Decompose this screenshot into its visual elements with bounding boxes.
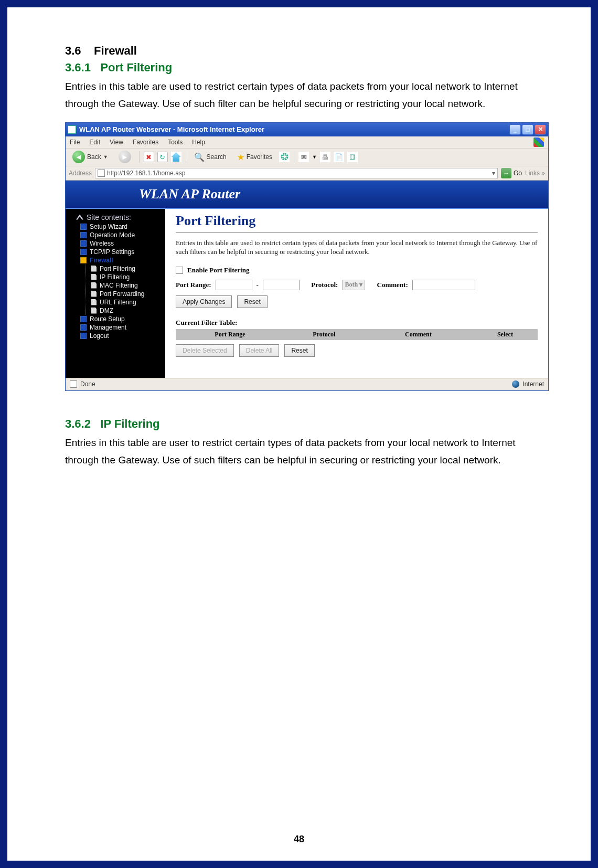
comment-input[interactable]: [412, 280, 475, 290]
protocol-label: Protocol:: [311, 281, 338, 289]
subsection-2-heading: 3.6.2 IP Filtering: [65, 417, 533, 431]
browser-menubar: File Edit View Favorites Tools Help: [66, 136, 548, 148]
url-text: http://192.168.1.1/home.asp: [107, 170, 185, 177]
delete-all-button[interactable]: Delete All: [239, 344, 280, 357]
toolbar-separator: [139, 151, 140, 163]
menu-view[interactable]: View: [110, 139, 123, 146]
section-title: Firewall: [94, 44, 137, 57]
reset-button[interactable]: Reset: [237, 295, 267, 308]
filter-table: Port Range Protocol Comment Select: [176, 329, 538, 340]
col-select: Select: [473, 329, 538, 340]
browser-titlebar: WLAN AP Router Webserver - Microsoft Int…: [66, 123, 548, 136]
section-number: 3.6: [65, 44, 81, 57]
refresh-icon[interactable]: ↻: [157, 152, 168, 162]
home-icon[interactable]: [171, 152, 181, 162]
sidebar-item-port-forwarding[interactable]: Port Forwarding: [86, 290, 163, 298]
toolbar-separator-3: [294, 151, 294, 163]
nav-sidebar: Site contents: Setup Wizard Operation Mo…: [66, 209, 165, 378]
port-range-row: Port Range: - Protocol: Both ▾ Comment:: [176, 280, 538, 290]
maximize-button[interactable]: □: [522, 124, 533, 135]
windows-logo-icon: [533, 137, 544, 147]
sidebar-item-setup-wizard[interactable]: Setup Wizard: [68, 223, 163, 231]
search-button[interactable]: 🔍Search: [190, 150, 230, 164]
enable-row: Enable Port Filtering: [176, 266, 538, 274]
browser-screenshot: WLAN AP Router Webserver - Microsoft Int…: [65, 122, 549, 391]
sidebar-item-port-filtering[interactable]: Port Filtering: [86, 264, 163, 273]
internet-zone-icon: [512, 380, 519, 388]
port-range-from-input[interactable]: [216, 280, 252, 290]
section-heading: 3.6 Firewall: [65, 44, 533, 58]
subsection-2-number: 3.6.2: [65, 417, 91, 430]
sidebar-title: Site contents:: [76, 213, 163, 221]
subsection-1-title: Port Filtering: [100, 61, 172, 74]
delete-selected-button[interactable]: Delete Selected: [176, 344, 234, 357]
ie-icon: [68, 125, 76, 134]
page-icon-status: [70, 380, 77, 388]
sidebar-item-dmz[interactable]: DMZ: [86, 306, 163, 315]
menu-favorites[interactable]: Favorites: [133, 139, 158, 146]
edit-icon[interactable]: 📄: [334, 152, 344, 162]
toolbar-separator-2: [186, 151, 186, 163]
col-protocol: Protocol: [284, 329, 364, 340]
history-icon[interactable]: ❂: [279, 152, 290, 162]
print-icon[interactable]: 🖶: [320, 152, 330, 162]
subsection-2-title: IP Filtering: [100, 417, 159, 430]
browser-toolbar: ◄Back ▼ ► ✖ ↻ 🔍Search ★Favorites ❂ ✉ ▼ 🖶…: [66, 148, 548, 166]
filter-table-title: Current Filter Table:: [176, 319, 538, 327]
address-bar: Address http://192.168.1.1/home.asp ▾ → …: [66, 166, 548, 181]
port-range-label: Port Range:: [176, 281, 211, 289]
sidebar-item-management[interactable]: Management: [68, 323, 163, 332]
menu-edit[interactable]: Edit: [89, 139, 100, 146]
protocol-select[interactable]: Both ▾: [342, 280, 365, 290]
favorites-button[interactable]: ★Favorites: [233, 150, 276, 164]
page-title: Port Filtering: [176, 213, 538, 229]
discuss-icon[interactable]: ⚃: [347, 152, 358, 162]
go-button[interactable]: →: [501, 168, 511, 178]
forward-button[interactable]: ►: [115, 150, 135, 164]
page-number: 48: [7, 834, 591, 845]
subsection-1-number: 3.6.1: [65, 61, 91, 74]
subsection-1-paragraph: Entries in this table are used to restri…: [65, 78, 533, 113]
menu-file[interactable]: File: [70, 139, 80, 146]
sidebar-item-ip-filtering[interactable]: IP Filtering: [86, 273, 163, 281]
port-range-to-input[interactable]: [263, 280, 300, 290]
reset-table-button[interactable]: Reset: [284, 344, 314, 357]
sidebar-item-route-setup[interactable]: Route Setup: [68, 315, 163, 323]
title-divider: [176, 232, 538, 233]
back-button[interactable]: ◄Back ▼: [69, 150, 112, 164]
browser-statusbar: Done Internet: [66, 378, 548, 390]
minimize-button[interactable]: _: [509, 124, 521, 135]
menu-tools[interactable]: Tools: [168, 139, 183, 146]
sidebar-item-operation-mode[interactable]: Operation Mode: [68, 231, 163, 239]
page-icon: [98, 170, 105, 177]
col-port-range: Port Range: [176, 329, 284, 340]
sidebar-item-url-filtering[interactable]: URL Filtering: [86, 298, 163, 306]
enable-checkbox[interactable]: [176, 267, 183, 274]
router-banner: WLAN AP Router: [66, 181, 548, 209]
go-label: Go: [514, 170, 522, 177]
address-label: Address: [69, 170, 92, 177]
enable-label: Enable Port Filtering: [187, 266, 249, 274]
col-comment: Comment: [364, 329, 473, 340]
address-input[interactable]: http://192.168.1.1/home.asp ▾: [95, 168, 498, 178]
page-description: Entries in this table are used to restri…: [176, 238, 538, 257]
close-button[interactable]: ✕: [535, 124, 546, 135]
subsection-1-heading: 3.6.1 Port Filtering: [65, 61, 533, 75]
window-title: WLAN AP Router Webserver - Microsoft Int…: [79, 125, 264, 133]
mail-icon[interactable]: ✉: [298, 152, 309, 162]
sidebar-item-logout[interactable]: Logout: [68, 332, 163, 340]
menu-help[interactable]: Help: [192, 139, 205, 146]
subsection-2-paragraph: Entries in this table are user to restri…: [65, 434, 533, 469]
apply-changes-button[interactable]: Apply Changes: [176, 295, 232, 308]
sidebar-item-firewall[interactable]: Firewall: [68, 256, 163, 264]
status-text: Done: [80, 380, 95, 388]
sidebar-item-mac-filtering[interactable]: MAC Filtering: [86, 281, 163, 290]
comment-label: Comment:: [377, 281, 408, 289]
zone-label: Internet: [522, 380, 544, 388]
sidebar-item-tcpip[interactable]: TCP/IP Settings: [68, 248, 163, 256]
links-label[interactable]: Links »: [525, 170, 545, 177]
stop-icon[interactable]: ✖: [144, 152, 154, 162]
main-panel: Port Filtering Entries in this table are…: [165, 209, 548, 378]
sidebar-item-wireless[interactable]: Wireless: [68, 239, 163, 248]
